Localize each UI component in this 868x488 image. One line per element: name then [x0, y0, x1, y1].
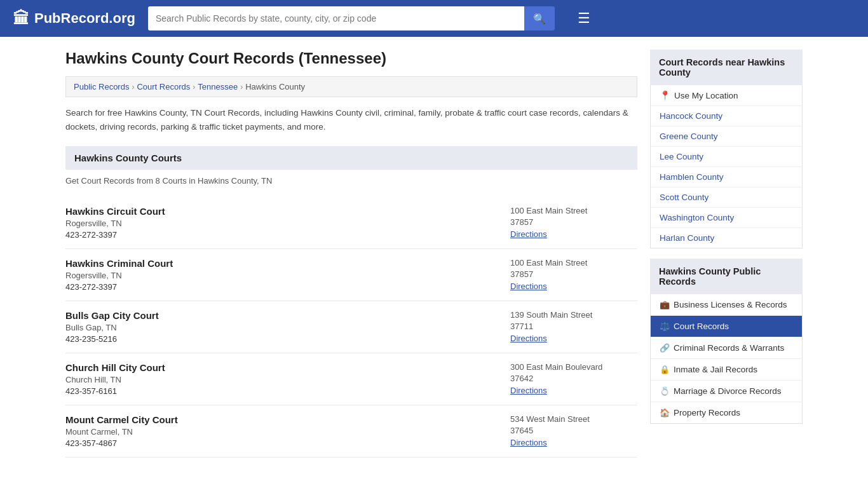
breadcrumb-sep-3: › — [240, 83, 243, 92]
public-records-item[interactable]: 🔗Criminal Records & Warrants — [651, 337, 802, 359]
court-zip: 37857 — [510, 217, 637, 227]
use-location-link[interactable]: 📍 Use My Location — [651, 85, 802, 105]
nearby-county-item[interactable]: Harlan County — [651, 228, 802, 248]
court-phone: 423-272-3397 — [65, 282, 173, 292]
court-zip: 37645 — [510, 426, 637, 435]
hamburger-icon: ☰ — [578, 10, 590, 26]
court-entry: Bulls Gap City Court Bulls Gap, TN 423-2… — [65, 301, 637, 353]
directions-link[interactable]: Directions — [510, 229, 547, 239]
sidebar: Court Records near Hawkins County 📍 Use … — [650, 50, 803, 458]
sidebar-record-icon: 🔗 — [660, 343, 670, 353]
breadcrumb-sep-2: › — [193, 83, 195, 92]
court-zip: 37711 — [510, 322, 637, 331]
court-right: 100 East Main Street 37857 Directions — [510, 258, 637, 292]
nearby-county-item[interactable]: Hamblen County — [651, 167, 802, 187]
public-records-item[interactable]: 🔒Inmate & Jail Records — [651, 359, 802, 381]
court-zip: 37857 — [510, 269, 637, 279]
directions-link[interactable]: Directions — [510, 334, 547, 343]
court-left: Hawkins Criminal Court Rogersville, TN 4… — [65, 258, 173, 292]
menu-button[interactable]: ☰ — [573, 8, 595, 29]
court-entry: Hawkins Criminal Court Rogersville, TN 4… — [65, 249, 637, 301]
court-address: 300 East Main Boulevard — [510, 362, 637, 372]
directions-link[interactable]: Directions — [510, 386, 547, 395]
logo[interactable]: 🏛 PubRecord.org — [13, 9, 135, 29]
search-button[interactable]: 🔍 — [524, 6, 555, 30]
courts-subtext: Get Court Records from 8 Courts in Hawki… — [65, 176, 637, 186]
sidebar-record-icon: 🔒 — [660, 365, 670, 374]
public-records-link[interactable]: ⚖️Court Records — [651, 316, 802, 337]
logo-text: PubRecord.org — [34, 10, 135, 27]
court-address: 534 West Main Street — [510, 414, 637, 424]
court-address: 100 East Main Street — [510, 258, 637, 268]
court-left: Bulls Gap City Court Bulls Gap, TN 423-2… — [65, 310, 159, 344]
court-zip: 37642 — [510, 374, 637, 383]
nearby-county-item[interactable]: Lee County — [651, 147, 802, 167]
breadcrumb-sep-1: › — [132, 83, 134, 92]
nearby-county-item[interactable]: Greene County — [651, 126, 802, 147]
court-city: Church Hill, TN — [65, 375, 165, 384]
page-description: Search for free Hawkins County, TN Court… — [65, 106, 637, 133]
nearby-county-link[interactable]: Washington County — [651, 208, 802, 227]
public-records-item[interactable]: 💍Marriage & Divorce Records — [651, 381, 802, 402]
nearby-county-link[interactable]: Hamblen County — [651, 167, 802, 187]
court-address: 139 South Main Street — [510, 310, 637, 320]
court-right: 100 East Main Street 37857 Directions — [510, 206, 637, 240]
nearby-county-item[interactable]: Washington County — [651, 208, 802, 228]
use-location-label: Use My Location — [674, 91, 738, 100]
public-records-link[interactable]: 🔒Inmate & Jail Records — [651, 359, 802, 380]
nearby-county-item[interactable]: Scott County — [651, 187, 802, 208]
search-bar: 🔍 — [148, 6, 555, 30]
page-title: Hawkins County Court Records (Tennessee) — [65, 50, 637, 67]
court-phone: 423-357-6161 — [65, 386, 165, 396]
court-left: Hawkins Circuit Court Rogersville, TN 42… — [65, 206, 165, 240]
public-records-item[interactable]: ⚖️Court Records — [651, 316, 802, 337]
nearby-county-link[interactable]: Scott County — [651, 187, 802, 207]
court-left: Church Hill City Court Church Hill, TN 4… — [65, 362, 165, 396]
nearby-county-link[interactable]: Lee County — [651, 147, 802, 166]
court-right: 534 West Main Street 37645 Directions — [510, 414, 637, 448]
public-records-link[interactable]: 💍Marriage & Divorce Records — [651, 381, 802, 402]
public-records-link[interactable]: 🏠Property Records — [651, 402, 802, 423]
main-content: Hawkins County Court Records (Tennessee)… — [65, 50, 637, 458]
court-name: Hawkins Criminal Court — [65, 258, 173, 269]
breadcrumb-public-records[interactable]: Public Records — [74, 82, 129, 92]
nearby-county-item[interactable]: Hancock County — [651, 106, 802, 126]
nearby-county-link[interactable]: Harlan County — [651, 228, 802, 248]
court-phone: 423-357-4867 — [65, 438, 178, 448]
court-city: Bulls Gap, TN — [65, 323, 159, 332]
main-container: Hawkins County Court Records (Tennessee)… — [53, 37, 815, 470]
court-right: 139 South Main Street 37711 Directions — [510, 310, 637, 344]
court-right: 300 East Main Boulevard 37642 Directions — [510, 362, 637, 396]
sidebar-record-icon: 🏠 — [660, 408, 670, 417]
breadcrumb-tennessee[interactable]: Tennessee — [198, 82, 238, 92]
public-records-header: Hawkins County Public Records — [650, 259, 803, 294]
courts-list: Hawkins Circuit Court Rogersville, TN 42… — [65, 197, 637, 458]
public-records-item[interactable]: 💼Business Licenses & Records — [651, 294, 802, 316]
public-records-link[interactable]: 🔗Criminal Records & Warrants — [651, 337, 802, 358]
court-name: Church Hill City Court — [65, 362, 165, 373]
public-records-list: 💼Business Licenses & Records ⚖️Court Rec… — [650, 294, 803, 424]
court-address: 100 East Main Street — [510, 206, 637, 215]
logo-icon: 🏛 — [13, 9, 29, 29]
nearby-list: 📍 Use My Location Hancock CountyGreene C… — [650, 85, 803, 248]
nearby-county-link[interactable]: Greene County — [651, 126, 802, 146]
public-records-link[interactable]: 💼Business Licenses & Records — [651, 294, 802, 315]
nearby-header: Court Records near Hawkins County — [650, 50, 803, 85]
directions-link[interactable]: Directions — [510, 281, 547, 291]
court-city: Rogersville, TN — [65, 271, 173, 280]
directions-link[interactable]: Directions — [510, 438, 547, 447]
public-records-item[interactable]: 🏠Property Records — [651, 402, 802, 423]
search-icon: 🔍 — [533, 13, 546, 25]
court-left: Mount Carmel City Court Mount Carmel, TN… — [65, 414, 178, 448]
location-icon: 📍 — [660, 90, 670, 100]
search-input[interactable] — [148, 6, 524, 30]
nearby-county-link[interactable]: Hancock County — [651, 106, 802, 126]
use-location-item[interactable]: 📍 Use My Location — [651, 85, 802, 106]
court-entry: Mount Carmel City Court Mount Carmel, TN… — [65, 405, 637, 458]
court-city: Rogersville, TN — [65, 219, 165, 228]
court-phone: 423-235-5216 — [65, 334, 159, 344]
breadcrumb-court-records[interactable]: Court Records — [137, 82, 190, 92]
court-entry: Church Hill City Court Church Hill, TN 4… — [65, 353, 637, 405]
court-city: Mount Carmel, TN — [65, 427, 178, 437]
court-entry: Hawkins Circuit Court Rogersville, TN 42… — [65, 197, 637, 249]
